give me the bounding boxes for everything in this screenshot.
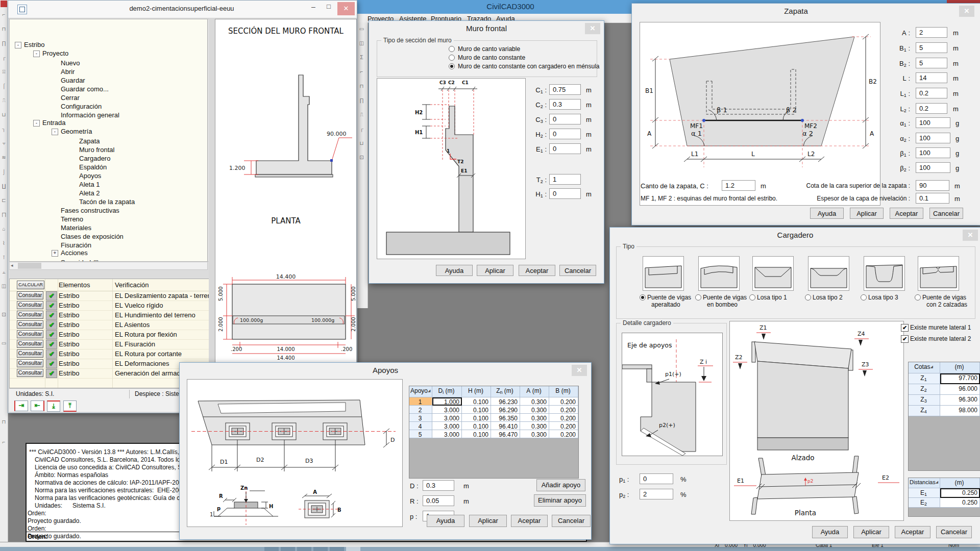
grid-cell[interactable]: 0.200 (549, 397, 578, 406)
grid-rownum[interactable]: 2 (409, 406, 432, 414)
grid-cell[interactable]: 0.100 (462, 430, 491, 438)
grid-cell[interactable]: 0.200 (549, 414, 578, 422)
cotas-rowlabel[interactable]: Z3 (909, 395, 940, 406)
l1-input[interactable]: 0.2 (916, 88, 947, 98)
consultar-button[interactable]: Consultar (17, 311, 43, 319)
tree-expander[interactable]: - (33, 51, 40, 57)
tree-item[interactable]: Configuración (52, 102, 102, 110)
ayuda-button[interactable]: Ayuda (812, 526, 848, 538)
cancelar-button[interactable]: Cancelar (929, 208, 963, 219)
radio-label[interactable]: Puente de vigas (703, 294, 747, 301)
l2-input[interactable]: 0.2 (916, 103, 947, 114)
canto-input[interactable]: 1.2 (722, 180, 755, 191)
cotas-value[interactable]: 98.000 (940, 406, 980, 416)
radio-label[interactable]: Muro de canto variable (458, 45, 520, 53)
tool-icon[interactable]: ≋ (1, 154, 7, 161)
aceptar-button[interactable]: Aceptar (511, 515, 548, 527)
grid-cell[interactable]: 0.100 (462, 397, 491, 406)
radio-label[interactable]: Muro de canto constante (458, 54, 525, 61)
radio-label[interactable]: Losa tipo 1 (757, 294, 787, 301)
tree-expander[interactable]: + (52, 250, 58, 257)
grid-cell[interactable]: 0.100 (462, 422, 491, 430)
tool-icon[interactable]: ⊓ (1, 26, 7, 33)
tool-icon[interactable]: ⌐ (1, 439, 7, 446)
radio-canto-constante[interactable] (449, 55, 455, 61)
close-icon[interactable]: ✕ (959, 6, 974, 17)
radio-label[interactable]: Losa tipo 3 (868, 294, 898, 301)
tool-icon[interactable]: ⌂ (1, 226, 7, 233)
p2-input[interactable]: 2 (640, 489, 673, 499)
grid-cell[interactable]: 0.200 (549, 430, 578, 438)
c3-input[interactable]: 0 (549, 114, 581, 124)
radio-label[interactable]: con 2 calzadas (926, 301, 967, 308)
radio-label[interactable]: Losa tipo 2 (813, 294, 843, 301)
tree-item[interactable]: Clases de exposición (52, 232, 124, 240)
tool-icon[interactable]: ⊺ (1, 254, 7, 261)
grid-cell[interactable]: 0.300 (520, 422, 549, 430)
grid-header-apoyo[interactable]: Apoyo◢ (409, 386, 432, 397)
h2-input[interactable]: 0 (549, 129, 581, 139)
h1-input[interactable]: 0 (549, 188, 581, 199)
tool-icon[interactable]: ▭ (358, 26, 365, 33)
t2-input[interactable]: 1 (549, 174, 581, 185)
tree-item[interactable]: Zapata (70, 136, 100, 145)
grid-header-a[interactable]: A (m) (520, 386, 549, 397)
move-left-icon[interactable]: ⇤ (31, 400, 44, 411)
aplicar-button[interactable]: Aplicar (853, 526, 889, 538)
dist-value[interactable]: 0.250 (940, 498, 980, 508)
tool-icon[interactable]: ⌐ (358, 68, 365, 76)
taskbar-item[interactable] (281, 547, 295, 551)
consultar-button[interactable]: Consultar (17, 359, 43, 367)
d-input[interactable]: 0.3 (423, 480, 454, 491)
radio-tipo-2[interactable] (695, 294, 701, 300)
scroll-thumb[interactable] (18, 263, 41, 269)
consultar-button[interactable]: Consultar (17, 291, 43, 299)
tree-item[interactable]: Aleta 2 (70, 188, 100, 197)
radio-canto-variable[interactable] (449, 46, 455, 52)
tree-item[interactable]: Fases constructivas (52, 206, 119, 214)
grid-cell[interactable]: 0.300 (520, 397, 549, 406)
tool-icon[interactable]: ⍓ (1, 68, 7, 76)
tree-expander[interactable]: - (52, 129, 58, 135)
aplicar-button[interactable]: Aplicar (477, 265, 513, 276)
grid-cell[interactable]: 1.000 (432, 397, 462, 406)
grid-cell[interactable]: 96.470 (491, 430, 520, 438)
cotas-value[interactable]: 96.000 (940, 384, 980, 395)
b1-input[interactable]: 5 (916, 42, 947, 53)
tree-item[interactable]: -Geometría (52, 128, 92, 136)
tool-icon[interactable]: ⊡ (1, 311, 7, 318)
murete1-checkbox[interactable]: ✔ (901, 324, 909, 332)
murete1-label[interactable]: Existe murete lateral 1 (910, 324, 971, 331)
grid-cell[interactable]: 96.290 (491, 406, 520, 414)
tool-icon[interactable]: ∏ (1, 40, 7, 47)
murete2-checkbox[interactable]: ✔ (901, 335, 909, 343)
drawing-canvas[interactable]: SECCIÓN DEL MURO FRONTAL 1.200 90.000 PL… (215, 19, 357, 365)
tool-icon[interactable]: ◫ (358, 40, 365, 47)
tree-expander[interactable]: - (15, 42, 21, 48)
tool-icon[interactable]: ⊓ (358, 83, 365, 90)
tree-item[interactable]: Terreno (52, 214, 83, 223)
console-prompt[interactable]: Orden: (28, 533, 47, 540)
radio-canto-constante-mensula[interactable] (449, 63, 455, 69)
dist-rowlabel[interactable]: E1 (909, 488, 940, 498)
grid-rownum[interactable]: 5 (409, 430, 432, 438)
tool-icon[interactable]: ┐ (1, 126, 7, 133)
move-down-icon[interactable]: ⤓ (47, 400, 60, 412)
eliminar-apoyo-button[interactable]: Eliminar apoyo (534, 494, 586, 507)
c1-input[interactable]: 0.75 (549, 84, 581, 95)
radio-label[interactable]: en bombeo (707, 301, 738, 308)
e1-input[interactable]: 0 (549, 143, 581, 154)
cotas-rowlabel[interactable]: Z4 (909, 406, 940, 416)
app-tool-icon[interactable] (1, 1, 7, 7)
murete2-label[interactable]: Existe murete lateral 2 (910, 335, 971, 342)
consultar-button[interactable]: Consultar (17, 320, 43, 329)
calcular-button[interactable]: CALCULAR (17, 281, 44, 289)
tool-icon[interactable]: ⌇ (1, 240, 7, 247)
radio-label[interactable]: aperaltado (651, 301, 680, 308)
radio-tipo-4[interactable] (805, 294, 811, 300)
taskbar[interactable] (0, 547, 980, 551)
cancelar-button[interactable]: Cancelar (552, 515, 591, 527)
grid-header-zn[interactable]: Zn (m) (491, 386, 520, 397)
grid-cell[interactable]: 96.350 (491, 414, 520, 422)
tree-item[interactable]: Fisuración (52, 240, 91, 249)
